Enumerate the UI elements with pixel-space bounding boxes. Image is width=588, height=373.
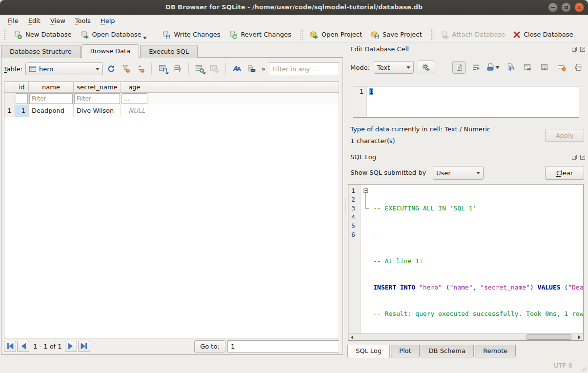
menu-edit[interactable]: Edit (23, 16, 45, 26)
find-icon (247, 64, 256, 73)
find-button[interactable] (245, 62, 258, 75)
open-database-button[interactable]: Open Database (76, 28, 151, 41)
auto-import-button[interactable] (418, 61, 434, 74)
dock-close-button[interactable] (579, 46, 586, 53)
menu-help[interactable]: Help (96, 16, 120, 26)
resize-grip-icon[interactable] (580, 365, 587, 372)
menu-view[interactable]: View (45, 16, 70, 26)
export-cell-button[interactable] (521, 61, 534, 74)
new-database-button[interactable]: New Database (9, 28, 76, 41)
text-mode-button[interactable] (452, 61, 466, 74)
insert-record-button[interactable] (193, 62, 206, 75)
toolbar-grip[interactable] (4, 29, 7, 41)
filter-input-secret-name[interactable] (74, 93, 120, 104)
export-data-button[interactable] (504, 61, 517, 74)
log-horizontal-scrollbar[interactable] (348, 333, 583, 340)
export-table-button[interactable] (156, 62, 169, 75)
toolbar-grip[interactable] (300, 29, 303, 41)
cell-id[interactable]: 1 (15, 104, 29, 117)
scroll-left-icon[interactable] (349, 334, 355, 340)
clear-sorting-button[interactable] (134, 62, 147, 75)
filter-input-name[interactable] (29, 93, 73, 104)
refresh-button[interactable] (104, 62, 118, 75)
chevron-down-icon (203, 72, 206, 75)
maximize-button[interactable] (561, 2, 571, 12)
filter-filler (148, 93, 339, 104)
open-project-button[interactable]: Open Project (305, 28, 366, 41)
filter-input-age[interactable] (122, 93, 147, 104)
edit-font-button[interactable]: A A (230, 62, 243, 75)
clear-filters-button[interactable] (119, 62, 132, 75)
next-record-button[interactable] (65, 341, 77, 352)
cell-value-editor[interactable]: 1 1 (353, 86, 579, 118)
column-header-secret-name[interactable]: secret_name (74, 82, 121, 93)
editor-content[interactable]: 1 (367, 86, 579, 117)
log-code[interactable]: -- EXECUTING ALL IN 'SQL 1' -- -- At lin… (362, 185, 583, 333)
open-database-dropdown-icon[interactable] (143, 37, 147, 40)
mode-label: Mode: (350, 64, 370, 71)
set-null-button[interactable] (555, 61, 568, 74)
panel-splitter[interactable] (343, 57, 347, 355)
dock-close-button[interactable] (579, 154, 586, 161)
editor-line-number: 1 (353, 86, 367, 117)
last-record-button[interactable] (78, 341, 90, 352)
cell-name[interactable]: Deadpond (29, 104, 74, 117)
save-file-icon (506, 63, 515, 72)
goto-input[interactable] (227, 340, 339, 352)
cell-secret-name[interactable]: Dive Wilson (74, 104, 121, 117)
filter-any-column-input[interactable] (269, 62, 339, 75)
cell-age[interactable]: NULL (121, 104, 148, 117)
tab-browse-data[interactable]: Browse Data (81, 44, 140, 58)
scrollbar-thumb[interactable] (527, 334, 571, 340)
link-cell-button[interactable] (538, 61, 551, 74)
sql-log-view[interactable]: 1 2 3 4 5 6 -- EXECUTING ALL IN 'SQL 1' … (348, 184, 584, 341)
previous-record-button[interactable] (17, 341, 29, 352)
close-button[interactable]: ✕ (574, 2, 584, 12)
write-changes-button[interactable]: Write Changes (157, 28, 224, 41)
import-mode-icon (422, 63, 430, 72)
column-header-id[interactable]: id (15, 82, 29, 93)
revert-changes-button[interactable]: Revert Changes (224, 28, 295, 41)
toolbar-overflow-button[interactable]: » (259, 65, 267, 73)
sql-source-select[interactable]: User (433, 166, 484, 180)
attach-database-button[interactable]: Attach Database (436, 28, 509, 41)
tab-database-structure[interactable]: Database Structure (1, 45, 81, 58)
column-header-age[interactable]: age (121, 82, 148, 93)
table-select[interactable]: hero (25, 62, 103, 75)
delete-record-icon (210, 64, 219, 73)
column-header-name[interactable]: name (29, 82, 74, 93)
edit-cell-dock-title: Edit Database Cell (350, 45, 409, 53)
mode-select[interactable]: Text (374, 61, 414, 74)
print-cell-button[interactable] (572, 61, 585, 74)
tab-execute-sql[interactable]: Execute SQL (140, 45, 198, 58)
clear-log-button[interactable]: Clear (545, 166, 584, 180)
revert-changes-icon (228, 30, 238, 40)
save-project-button[interactable]: Save Project (366, 28, 426, 41)
tab-db-schema[interactable]: DB Schema (421, 345, 474, 357)
row-number[interactable]: 1 (4, 104, 15, 117)
toolbar-grip[interactable] (431, 29, 434, 41)
first-record-button[interactable] (4, 341, 16, 352)
print-table-button[interactable] (171, 62, 184, 75)
tab-remote[interactable]: Remote (475, 345, 516, 357)
word-wrap-button[interactable] (469, 61, 483, 74)
menu-file[interactable]: File (3, 16, 23, 26)
tab-sql-log[interactable]: SQL Log (347, 345, 390, 358)
scroll-right-icon[interactable] (576, 334, 583, 340)
tab-plot[interactable]: Plot (391, 345, 420, 357)
goto-button[interactable]: Go to: (194, 340, 225, 352)
open-project-icon (309, 30, 319, 40)
apply-button[interactable]: Apply (545, 129, 584, 142)
import-data-button[interactable] (487, 61, 500, 74)
minimize-button[interactable] (548, 2, 558, 12)
filter-input-id[interactable] (16, 93, 28, 104)
corner-header[interactable] (4, 82, 15, 93)
toolbar-separator (151, 63, 152, 75)
encoding-indicator[interactable]: UTF-8 (554, 362, 572, 369)
delete-record-button[interactable] (208, 62, 221, 75)
menu-tools[interactable]: Tools (70, 16, 96, 26)
close-database-button[interactable]: Close Database (509, 29, 577, 41)
titlebar[interactable]: DB Browser for SQLite - /home/user/code/… (0, 0, 588, 15)
dock-float-button[interactable] (571, 46, 578, 53)
dock-float-button[interactable] (571, 154, 578, 161)
